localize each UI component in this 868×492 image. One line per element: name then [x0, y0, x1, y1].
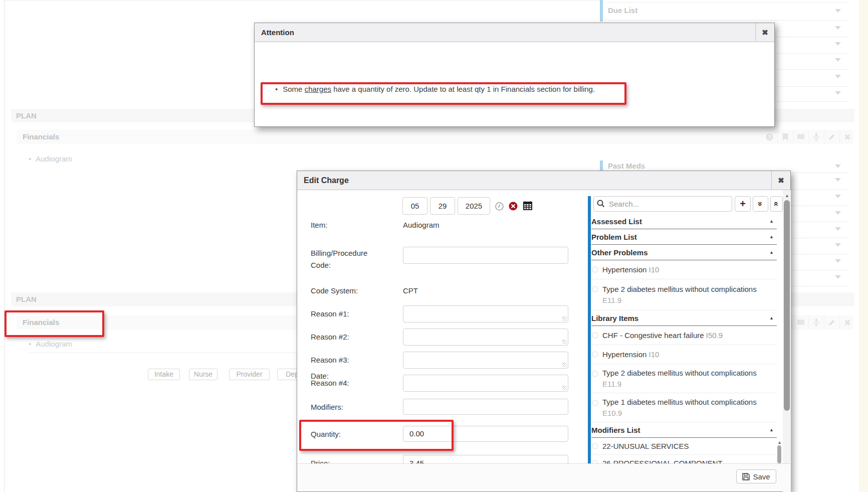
- page-edge-strip: [859, 0, 868, 492]
- close-icon[interactable]: ✖: [839, 315, 855, 330]
- radio-icon[interactable]: [592, 266, 598, 273]
- chevron-down-icon[interactable]: [835, 165, 841, 168]
- panel-top-border: [4, 1, 600, 1]
- chevron-down-icon[interactable]: [835, 259, 841, 263]
- chevron-up-icon[interactable]: ▲: [769, 219, 774, 224]
- section-header-other-problems[interactable]: Other Problems▲: [591, 245, 777, 260]
- help-icon[interactable]: ?: [762, 130, 777, 144]
- date-year-field[interactable]: 2025: [458, 197, 490, 215]
- search-input[interactable]: [593, 196, 732, 212]
- resize-handle[interactable]: [562, 340, 567, 344]
- reason3-field[interactable]: [403, 352, 568, 369]
- chevron-down-icon[interactable]: [835, 275, 841, 279]
- item-value: Audiogram: [403, 221, 440, 229]
- pencil-icon[interactable]: [824, 130, 839, 144]
- reason2-field[interactable]: [403, 329, 568, 346]
- reason1-field[interactable]: [403, 305, 568, 322]
- radio-icon[interactable]: [592, 286, 598, 292]
- message-text: have a quantity of zero. Update to at le…: [331, 85, 595, 93]
- radio-icon[interactable]: [592, 351, 598, 358]
- save-label: Save: [753, 472, 770, 481]
- scrollbar-thumb[interactable]: [784, 200, 790, 411]
- resize-handle[interactable]: [562, 363, 567, 367]
- save-button[interactable]: Save: [736, 469, 776, 483]
- chevron-up-icon[interactable]: ▲: [769, 427, 774, 432]
- clear-date-icon[interactable]: [509, 202, 518, 213]
- collapse-all-button[interactable]: »: [753, 196, 768, 212]
- calendar-icon[interactable]: [523, 201, 532, 212]
- radio-icon[interactable]: [592, 400, 598, 406]
- section-header-modifiers-list[interactable]: Modifiers List▲: [591, 422, 777, 438]
- list-item[interactable]: Type 1 diabetes mellitus without complic…: [591, 393, 777, 422]
- item-text: Type 1 diabetes mellitus without complic…: [602, 398, 757, 406]
- radio-icon[interactable]: [592, 443, 598, 449]
- book-icon[interactable]: [793, 130, 808, 144]
- message-text: Some: [283, 85, 304, 93]
- quantity-field[interactable]: 0.00: [403, 426, 568, 442]
- charge-item-label: Audiogram: [36, 340, 72, 348]
- radio-icon[interactable]: [592, 371, 598, 377]
- due-list-header[interactable]: Due List: [608, 6, 637, 15]
- billing-code-field[interactable]: [403, 247, 568, 264]
- date-day-field[interactable]: 29: [430, 197, 455, 215]
- right-panel-accent-bar: [588, 196, 591, 464]
- modifiers-field[interactable]: [403, 399, 568, 415]
- section-header-library-items[interactable]: Library Items▲: [591, 310, 777, 326]
- list-item[interactable]: Type 2 diabetes mellitus without complic…: [591, 279, 777, 310]
- list-item[interactable]: CHF - Congestive heart failure I50.9: [591, 326, 777, 345]
- stage-button-nurse[interactable]: Nurse: [189, 369, 218, 380]
- list-scrollbar[interactable]: ▲: [777, 440, 782, 464]
- scrollbar-thumb[interactable]: [777, 445, 781, 463]
- chevron-down-icon[interactable]: [835, 58, 841, 62]
- book-icon[interactable]: [793, 315, 808, 330]
- charges-link[interactable]: charges: [305, 85, 331, 93]
- chevron-down-icon[interactable]: [835, 211, 841, 215]
- list-item[interactable]: Hypertension I10: [591, 260, 777, 279]
- scroll-up-icon[interactable]: ▲: [777, 440, 782, 445]
- scroll-up-icon[interactable]: ▲: [785, 193, 789, 198]
- chevron-down-icon[interactable]: [835, 9, 841, 13]
- stage-button-intake[interactable]: Intake: [148, 369, 180, 380]
- close-icon[interactable]: ✖: [839, 130, 855, 144]
- past-meds-header[interactable]: Past Meds: [608, 161, 645, 170]
- chevron-down-icon[interactable]: [835, 243, 841, 247]
- chevron-down-icon[interactable]: [835, 75, 841, 78]
- dialog-scrollbar[interactable]: ▲ ▼: [783, 190, 791, 492]
- reason1-label: Reason #1:: [311, 309, 349, 318]
- reason3-label: Reason #3:: [311, 356, 349, 364]
- resize-handle[interactable]: [562, 386, 567, 390]
- chevron-down-icon[interactable]: [835, 42, 841, 46]
- section-header-problem-list[interactable]: Problem List▲: [591, 229, 777, 245]
- financials-section-header: Financials: [17, 130, 853, 144]
- chevron-down-icon[interactable]: [835, 178, 841, 182]
- chevron-up-icon[interactable]: ▲: [769, 250, 774, 255]
- chevron-up-icon[interactable]: ▲: [769, 234, 774, 239]
- microphone-icon[interactable]: [808, 130, 824, 144]
- code-system-label: Code System:: [311, 286, 358, 295]
- financials-toolbar: ? ✖: [762, 130, 855, 144]
- chevron-up-icon[interactable]: ▲: [769, 315, 774, 320]
- microphone-icon[interactable]: [808, 315, 824, 330]
- list-item[interactable]: 22-UNUSUAL SERVICES: [591, 438, 777, 455]
- pencil-icon[interactable]: [824, 315, 839, 330]
- chevron-down-icon[interactable]: [835, 195, 841, 198]
- bookmark-icon[interactable]: [777, 130, 793, 144]
- list-item[interactable]: Hypertension I10: [591, 345, 777, 364]
- add-button[interactable]: +: [735, 196, 751, 212]
- item-text: Hypertension: [602, 265, 646, 274]
- bullet-icon: •: [29, 154, 31, 163]
- close-icon[interactable]: ✖: [755, 23, 774, 42]
- reason4-field[interactable]: [403, 375, 568, 392]
- clock-icon[interactable]: [495, 202, 504, 213]
- stage-button-provider[interactable]: Provider: [229, 369, 270, 380]
- radio-icon[interactable]: [592, 332, 598, 339]
- chevron-down-icon[interactable]: [835, 227, 841, 231]
- date-month-field[interactable]: 05: [402, 197, 427, 215]
- resize-handle[interactable]: [562, 316, 567, 321]
- list-item[interactable]: Type 2 diabetes mellitus without complic…: [591, 364, 777, 393]
- expand-all-button[interactable]: «: [770, 196, 783, 212]
- chevron-down-icon[interactable]: [835, 91, 841, 95]
- section-header-assessed-list[interactable]: Assessed List▲: [591, 214, 777, 229]
- close-icon[interactable]: ✖: [771, 171, 790, 190]
- chevron-down-icon[interactable]: [835, 26, 841, 30]
